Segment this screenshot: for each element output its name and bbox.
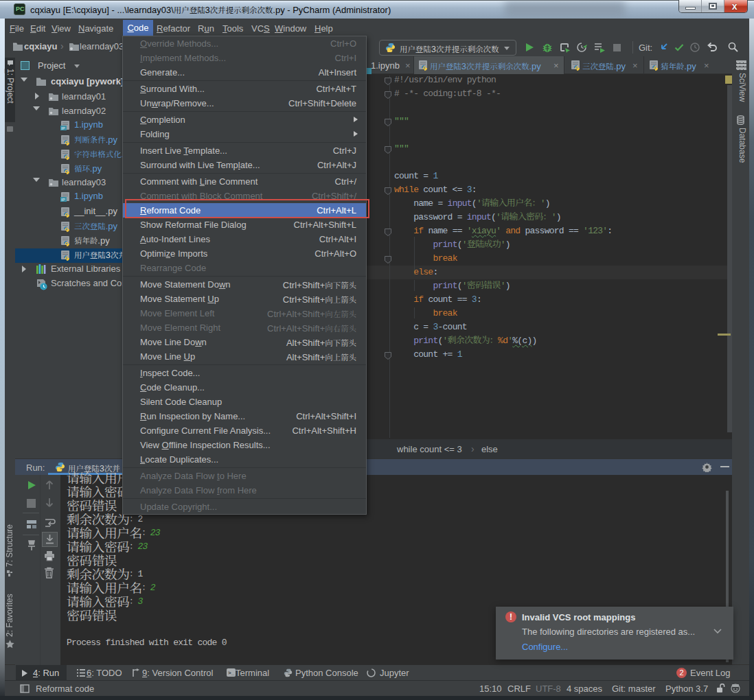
- svg-text:IP: IP: [61, 198, 65, 202]
- svg-text:IP: IP: [61, 126, 65, 130]
